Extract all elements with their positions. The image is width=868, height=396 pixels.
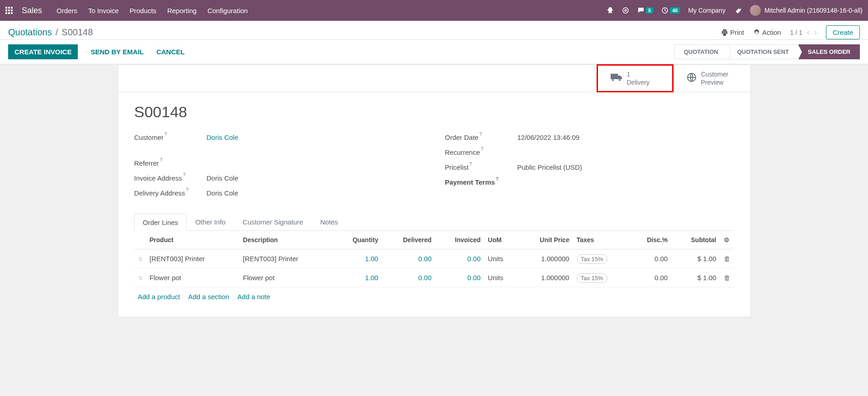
- pager-next[interactable]: ›: [814, 28, 817, 37]
- user-name: Mitchell Admin (21609148-16-0-all): [764, 7, 863, 14]
- col-disc: Disc.%: [630, 231, 671, 249]
- send-by-email-button[interactable]: SEND BY EMAIL: [90, 48, 143, 56]
- order-lines-table: Product Description Quantity Delivered I…: [134, 231, 734, 287]
- tab-other-info[interactable]: Other Info: [187, 213, 234, 230]
- cell-disc[interactable]: 0.00: [630, 249, 671, 268]
- cancel-button[interactable]: CANCEL: [157, 48, 185, 56]
- drag-handle-icon[interactable]: ⇅: [138, 256, 142, 262]
- tab-notes[interactable]: Notes: [312, 213, 346, 230]
- cell-quantity[interactable]: 1.00: [333, 268, 382, 287]
- help-icon[interactable]: ?: [481, 147, 484, 152]
- cell-invoiced[interactable]: 0.00: [435, 249, 484, 268]
- nav-reporting[interactable]: Reporting: [167, 7, 197, 14]
- create-button[interactable]: Create: [826, 25, 860, 39]
- cell-delivered[interactable]: 0.00: [382, 249, 435, 268]
- cell-invoiced[interactable]: 0.00: [435, 268, 484, 287]
- nav-to-invoice[interactable]: To Invoice: [88, 7, 119, 14]
- bug-icon[interactable]: [607, 7, 614, 14]
- col-delivered: Delivered: [382, 231, 435, 249]
- breadcrumb-root[interactable]: Quotations: [8, 27, 52, 38]
- invoice-address-label: Invoice Address: [134, 174, 182, 182]
- avatar: [750, 5, 761, 16]
- state-quotation-sent[interactable]: QUOTATION SENT: [728, 44, 798, 59]
- state-sales-order[interactable]: SALES ORDER: [798, 44, 860, 59]
- breadcrumb-current: S00148: [62, 27, 93, 38]
- cell-description[interactable]: Flower pot: [239, 268, 333, 287]
- apps-icon[interactable]: [5, 7, 13, 14]
- add-product-link[interactable]: Add a product: [138, 293, 180, 301]
- table-row[interactable]: ⇅ Flower pot Flower pot 1.00 0.00 0.00 U…: [134, 268, 734, 287]
- debug-tools-icon[interactable]: [734, 6, 742, 14]
- add-section-link[interactable]: Add a section: [188, 293, 229, 301]
- cell-unit-price[interactable]: 1.000000: [518, 249, 573, 268]
- customer-preview-button[interactable]: Customer Preview: [674, 65, 750, 92]
- invoice-address-value[interactable]: Doris Cole: [207, 174, 238, 182]
- add-note-link[interactable]: Add a note: [237, 293, 270, 301]
- cell-uom[interactable]: Units: [484, 268, 518, 287]
- trash-icon[interactable]: 🗑: [724, 255, 730, 262]
- table-row[interactable]: ⇅ [RENT003] Printer [RENT003] Printer 1.…: [134, 249, 734, 268]
- state-quotation[interactable]: QUOTATION: [674, 44, 728, 59]
- cell-uom[interactable]: Units: [484, 249, 518, 268]
- columns-config-icon[interactable]: ⚙: [724, 236, 730, 243]
- activity-icon[interactable]: 46: [661, 7, 680, 14]
- cell-description[interactable]: [RENT003] Printer: [239, 249, 333, 268]
- activity-badge: 46: [670, 7, 680, 14]
- preview-line1: Customer: [701, 70, 729, 78]
- col-uom: UoM: [484, 231, 518, 249]
- help-icon[interactable]: ?: [496, 177, 498, 181]
- cell-taxes[interactable]: Tax 15%: [573, 249, 630, 268]
- cell-quantity[interactable]: 1.00: [333, 249, 382, 268]
- help-icon[interactable]: ?: [160, 157, 163, 162]
- print-button[interactable]: Print: [721, 29, 744, 36]
- delivery-label: Delivery: [627, 78, 650, 86]
- nav-orders[interactable]: Orders: [57, 7, 77, 14]
- help-icon[interactable]: ?: [165, 132, 167, 137]
- breadcrumb: Quotations / S00148: [8, 27, 93, 38]
- delivery-address-value[interactable]: Doris Cole: [207, 189, 238, 197]
- tab-order-lines[interactable]: Order Lines: [134, 214, 187, 231]
- cell-subtotal: $ 1.00: [671, 268, 720, 287]
- main-navbar: Sales Orders To Invoice Products Reporti…: [0, 0, 868, 21]
- help-icon[interactable]: ?: [479, 132, 482, 137]
- order-date-label: Order Date: [445, 134, 479, 141]
- help-icon[interactable]: ?: [470, 162, 472, 167]
- pricelist-value[interactable]: Public Pricelist (USD): [517, 163, 582, 171]
- messaging-icon[interactable]: 5: [637, 7, 653, 14]
- cell-delivered[interactable]: 0.00: [382, 268, 435, 287]
- nav-links: Orders To Invoice Products Reporting Con…: [57, 7, 248, 14]
- help-icon[interactable]: ?: [186, 187, 189, 192]
- cell-product[interactable]: Flower pot: [146, 268, 240, 287]
- create-invoice-button[interactable]: CREATE INVOICE: [8, 44, 78, 59]
- pager-prev[interactable]: ‹: [807, 28, 810, 37]
- tab-customer-signature[interactable]: Customer Signature: [234, 213, 312, 230]
- referrer-label: Referrer: [134, 159, 159, 167]
- col-quantity: Quantity: [333, 231, 382, 249]
- delivery-smart-button[interactable]: 1 Delivery: [597, 64, 674, 92]
- status-bar: CREATE INVOICE SEND BY EMAIL CANCEL QUOT…: [0, 40, 868, 64]
- user-menu[interactable]: Mitchell Admin (21609148-16-0-all): [750, 5, 863, 16]
- smart-buttons: 1 Delivery Customer Preview: [118, 65, 750, 92]
- help-icon[interactable]: ?: [183, 172, 185, 177]
- customer-value[interactable]: Doris Cole: [207, 134, 238, 141]
- col-taxes: Taxes: [573, 231, 630, 249]
- form-tabs: Order Lines Other Info Customer Signatur…: [134, 213, 734, 231]
- pricelist-label: Pricelist: [445, 163, 469, 171]
- cell-product[interactable]: [RENT003] Printer: [146, 249, 240, 268]
- col-unit-price: Unit Price: [518, 231, 573, 249]
- company-name[interactable]: My Company: [688, 7, 725, 14]
- trash-icon[interactable]: 🗑: [724, 274, 730, 281]
- order-date-value[interactable]: 12/06/2022 13:46:09: [517, 134, 580, 141]
- support-icon[interactable]: [622, 7, 629, 14]
- cell-unit-price[interactable]: 1.000000: [518, 268, 573, 287]
- gear-icon: [753, 29, 760, 36]
- cell-disc[interactable]: 0.00: [630, 268, 671, 287]
- print-icon: [721, 29, 728, 36]
- nav-configuration[interactable]: Configuration: [208, 7, 248, 14]
- drag-handle-icon[interactable]: ⇅: [138, 275, 142, 281]
- nav-products[interactable]: Products: [129, 7, 156, 14]
- app-brand[interactable]: Sales: [22, 6, 42, 15]
- action-button[interactable]: Action: [753, 29, 781, 36]
- payment-terms-label: Payment Terms: [445, 178, 495, 186]
- cell-taxes[interactable]: Tax 15%: [573, 268, 630, 287]
